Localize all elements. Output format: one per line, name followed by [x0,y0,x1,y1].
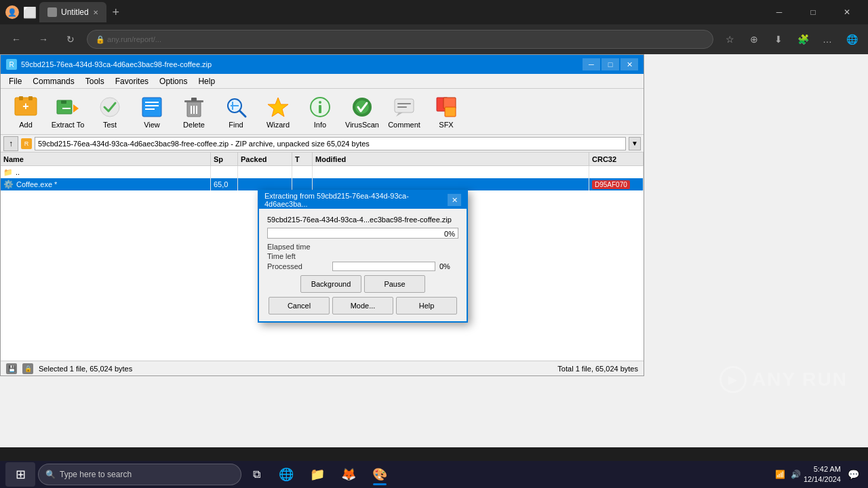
col-packed[interactable]: Packed [238,152,292,165]
toolbar-view-button[interactable]: View [132,92,172,132]
nav-refresh-button[interactable]: ↻ [60,28,81,50]
toolbar-sfx-label: SFX [439,121,453,129]
file-crc-cell: D95AF070 [589,178,644,190]
help-button[interactable]: Help [396,297,457,314]
start-button[interactable]: ⊞ [5,462,35,487]
nav-back-button[interactable]: ← [5,28,27,50]
toolbar-delete-button[interactable]: Delete [174,92,214,132]
tray-volume-icon[interactable]: 🔊 [791,470,801,479]
browser-window-controls[interactable]: 👤 ⬜ [5,5,37,19]
winrar-menu-bar: File Commands Tools Favorites Options He… [1,74,644,89]
main-content-area: R 59cbd215-76ea-434d-93ca-4d6aec3bac98-f… [0,54,868,447]
browser-nav-bar: ← → ↻ 🔒 any.run/report/... ☆ ⊕ ⬇ 🧩 … 🌐 [0,24,868,54]
find-icon [224,95,248,119]
dialog-close-button[interactable]: ✕ [448,194,461,206]
menu-commands[interactable]: Commands [27,75,79,87]
profile-icon[interactable]: 👤 [5,5,19,19]
winrar-close-button[interactable]: ✕ [620,58,638,70]
taskbar-anyrun-button[interactable]: 🎨 [365,462,395,487]
svg-marker-23 [268,98,288,117]
anyrun-logo: ▶ [719,366,747,393]
toolbar-add-label: Add [19,121,33,129]
toolbar-comment-label: Comment [388,121,420,129]
col-name[interactable]: Name [1,152,211,165]
favorites-button[interactable]: ☆ [719,28,741,50]
toolbar-wizard-button[interactable]: Wizard [258,92,298,132]
toolbar-extract-button[interactable]: Extract To [48,92,87,132]
processed-pct: 0% [439,262,458,270]
toolbar-test-label: Test [103,121,117,129]
address-bar[interactable]: 🔒 any.run/report/... [87,30,713,49]
tray-network-icon[interactable]: 📶 [775,470,785,479]
table-row[interactable]: ⚙️ Coffee.exe * 65,0 D95AF070 [1,178,644,190]
menu-favorites[interactable]: Favorites [110,75,154,87]
cancel-button[interactable]: Cancel [269,297,330,314]
winrar-window-controls[interactable]: ─ □ ✕ [583,58,638,70]
extraction-dialog: Extracting from 59cbd215-76ea-434d-93ca-… [258,190,468,323]
toolbar-test-button[interactable]: Test [90,92,130,132]
dialog-filename: 59cbd215-76ea-434d-93ca-4...ec3bac98-fre… [267,216,458,224]
window-icon[interactable]: ⬜ [23,6,37,19]
toolbar-add-button[interactable]: + Add [6,92,45,132]
col-sp[interactable]: Sp [211,152,238,165]
new-tab-button[interactable]: + [106,3,125,22]
browser-maximize-button[interactable]: □ [797,2,829,22]
navigate-up-button[interactable]: ↑ [3,136,18,151]
svg-rect-10 [145,102,159,103]
winrar-address-bar: ↑ R 59cbd215-76ea-434d-93ca-4d6aec3bac98… [1,135,644,152]
taskbar-explorer-button[interactable]: 📁 [302,462,332,487]
winrar-minimize-button[interactable]: ─ [583,58,600,70]
col-crc32[interactable]: CRC32 [589,152,644,165]
menu-options[interactable]: Options [154,75,193,87]
menu-tools[interactable]: Tools [80,75,110,87]
col-t[interactable]: T [292,152,313,165]
svg-rect-2 [28,96,33,100]
pause-button[interactable]: Pause [364,275,425,293]
menu-help[interactable]: Help [193,75,220,87]
nav-right-icons: ☆ ⊕ ⬇ 🧩 … 🌐 [719,28,863,50]
mode-button[interactable]: Mode... [332,297,393,314]
clock-display[interactable]: 5:42 AM 12/14/2024 [804,464,841,485]
winrar-maximize-button[interactable]: □ [601,58,619,70]
taskbar-firefox-button[interactable]: 🦊 [334,462,363,487]
toolbar-virusscan-button[interactable]: VirusScan [342,92,382,132]
task-view-button[interactable]: ⧉ [244,462,269,487]
search-icon: 🔍 [45,470,56,479]
taskbar-edge-button[interactable]: 🌐 [271,462,301,487]
toolbar-sfx-button[interactable]: SFX [427,92,466,132]
tab-label: Untitled [61,7,89,17]
svg-rect-11 [145,105,159,106]
tab-untitled[interactable]: Untitled ✕ [39,2,106,22]
address-path-display: 59cbd215-76ea-434d-93ca-4d6aec3bac98-fre… [35,137,626,150]
download-button[interactable]: ⬇ [768,28,789,50]
toolbar-extract-label: Extract To [52,121,85,129]
toolbar-info-label: Info [314,121,326,129]
taskbar-search[interactable]: 🔍 Type here to search [38,464,241,485]
toolbar-info-button[interactable]: Info [300,92,340,132]
sys-tray-icons: 📶 🔊 [775,470,801,479]
extensions-button[interactable]: 🧩 [792,28,814,50]
browser-close-button[interactable]: ✕ [831,2,863,22]
table-row[interactable]: 📁 .. [1,166,644,178]
clock-date: 12/14/2024 [804,474,841,485]
file-sp-cell [211,166,238,178]
main-progress-label: 0% [444,228,455,239]
edge-icon[interactable]: 🌐 [841,28,863,50]
winrar-app-icon: R [6,59,17,70]
tab-close-button[interactable]: ✕ [93,9,98,16]
winrar-titlebar: R 59cbd215-76ea-434d-93ca-4d6aec3bac98-f… [1,55,644,74]
browser-window-controls-right[interactable]: ─ □ ✕ [764,2,863,22]
background-button[interactable]: Background [300,275,361,293]
col-modified[interactable]: Modified [313,152,589,165]
settings-button[interactable]: … [816,28,838,50]
view-icon [140,95,164,119]
browser-minimize-button[interactable]: ─ [764,2,795,22]
collections-button[interactable]: ⊕ [743,28,765,50]
nav-forward-button[interactable]: → [33,28,54,50]
notification-button[interactable]: 💬 [844,465,863,484]
toolbar-find-button[interactable]: Find [216,92,256,132]
file-modified-cell [313,178,589,190]
toolbar-comment-button[interactable]: Comment [384,92,424,132]
menu-file[interactable]: File [3,75,27,87]
address-dropdown-button[interactable]: ▼ [629,137,641,150]
